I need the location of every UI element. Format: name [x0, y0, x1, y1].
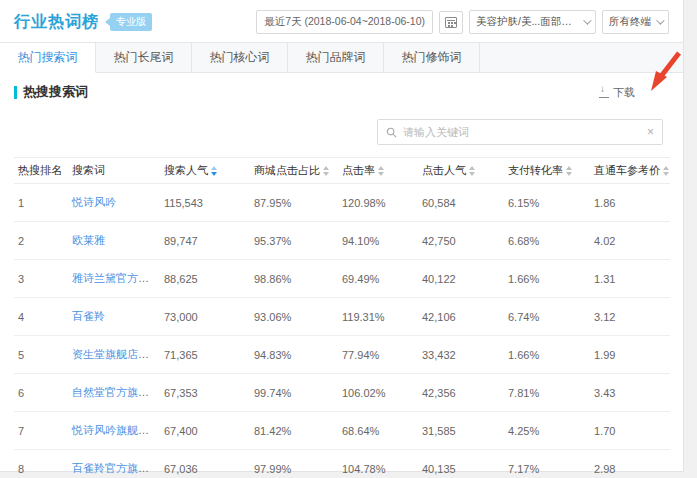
click-rate-cell: 120.98% [338, 184, 418, 222]
download-button[interactable]: 下载 [599, 85, 635, 100]
click-rate-cell: 106.02% [338, 374, 418, 412]
mall-click-ratio-cell: 93.06% [250, 298, 338, 336]
click-pop-cell: 31,585 [418, 412, 504, 450]
search-pop-cell: 89,747 [160, 222, 250, 260]
search-pop-cell: 71,365 [160, 336, 250, 374]
col-header-search-popularity: 搜索人气 [160, 158, 250, 184]
terminal-dropdown[interactable]: 所有终端 [602, 10, 669, 34]
ztc-price-cell: 1.86 [590, 184, 670, 222]
click-pop-cell: 42,750 [418, 222, 504, 260]
sort-icon[interactable] [211, 166, 217, 176]
category-dropdown[interactable]: 美容护肤/美...面部护理套装 [469, 10, 596, 34]
sort-icon[interactable] [323, 166, 329, 176]
sort-icon[interactable] [663, 166, 669, 176]
table-row: 8 百雀羚官方旗舰店官网 67,036 97.99% 104.78% 40,13… [14, 450, 670, 478]
table-row: 7 悦诗风吟旗舰店官网 67,400 81.42% 68.64% 31,585 … [14, 412, 670, 450]
section-header: 热搜搜索词 下载 [0, 73, 683, 105]
table-row: 2 欧莱雅 89,747 95.37% 94.10% 42,750 6.68% … [14, 222, 670, 260]
keyword-link[interactable]: 百雀羚 [72, 310, 105, 322]
pay-conversion-cell: 6.15% [504, 184, 590, 222]
col-header-click-popularity: 点击人气 [418, 158, 504, 184]
chevron-down-icon [656, 16, 664, 24]
search-row: × [0, 105, 683, 155]
chevron-down-icon [583, 16, 591, 24]
download-label: 下载 [613, 85, 635, 100]
keyword-cell: 雅诗兰黛官方旗舰店... [68, 260, 160, 298]
keyword-link[interactable]: 资生堂旗舰店官方旗舰 [72, 348, 160, 360]
keyword-link[interactable]: 自然堂官方旗舰店官... [72, 386, 160, 398]
keyword-link[interactable]: 悦诗风吟 [72, 196, 116, 208]
ztc-price-cell: 3.12 [590, 298, 670, 336]
keyword-link[interactable]: 欧莱雅 [72, 234, 105, 246]
tab-core-words[interactable]: 热门核心词 [192, 43, 288, 72]
click-pop-cell: 60,584 [418, 184, 504, 222]
section-accent-bar [14, 86, 17, 99]
rank-cell: 5 [14, 336, 68, 374]
sort-icon[interactable] [566, 166, 572, 176]
click-pop-cell: 42,356 [418, 374, 504, 412]
keyword-cell: 自然堂官方旗舰店官... [68, 374, 160, 412]
badge-label: 专业版 [110, 13, 152, 31]
keyword-link[interactable]: 百雀羚官方旗舰店官网 [72, 462, 160, 474]
rank-cell: 6 [14, 374, 68, 412]
clear-search-icon[interactable]: × [647, 126, 654, 138]
table-row: 4 百雀羚 73,000 93.06% 119.31% 42,106 6.74%… [14, 298, 670, 336]
rank-cell: 2 [14, 222, 68, 260]
search-pop-cell: 88,625 [160, 260, 250, 298]
pay-conversion-cell: 7.81% [504, 374, 590, 412]
keyword-cell: 资生堂旗舰店官方旗舰 [68, 336, 160, 374]
header: 行业热词榜 专业版 最近7天 (2018-06-04~2018-06-10) 美… [0, 0, 683, 42]
search-pop-cell: 67,353 [160, 374, 250, 412]
mall-click-ratio-cell: 97.99% [250, 450, 338, 478]
mall-click-ratio-cell: 99.74% [250, 374, 338, 412]
tab-modifier-words[interactable]: 热门修饰词 [384, 43, 480, 72]
rank-cell: 7 [14, 412, 68, 450]
table-row: 1 悦诗风吟 115,543 87.95% 120.98% 60,584 6.1… [14, 184, 670, 222]
tab-bar-filler [480, 43, 683, 72]
ztc-price-cell: 1.70 [590, 412, 670, 450]
ztc-price-cell: 4.02 [590, 222, 670, 260]
pay-conversion-cell: 6.68% [504, 222, 590, 260]
click-rate-cell: 94.10% [338, 222, 418, 260]
click-rate-cell: 69.49% [338, 260, 418, 298]
rank-cell: 8 [14, 450, 68, 478]
click-rate-cell: 119.31% [338, 298, 418, 336]
tab-bar: 热门搜索词 热门长尾词 热门核心词 热门品牌词 热门修饰词 [0, 42, 683, 73]
keyword-cell: 百雀羚官方旗舰店官网 [68, 450, 160, 478]
table-row: 3 雅诗兰黛官方旗舰店... 88,625 98.86% 69.49% 40,1… [14, 260, 670, 298]
click-rate-cell: 68.64% [338, 412, 418, 450]
search-icon [386, 127, 397, 138]
col-header-click-rate: 点击率 [338, 158, 418, 184]
mall-click-ratio-cell: 81.42% [250, 412, 338, 450]
click-pop-cell: 40,135 [418, 450, 504, 478]
ztc-price-cell: 1.31 [590, 260, 670, 298]
keyword-link[interactable]: 悦诗风吟旗舰店官网 [72, 424, 160, 436]
keyword-cell: 百雀羚 [68, 298, 160, 336]
col-header-pay-conversion: 支付转化率 [504, 158, 590, 184]
tab-hot-search-words[interactable]: 热门搜索词 [0, 43, 96, 73]
mall-click-ratio-cell: 98.86% [250, 260, 338, 298]
date-range-display[interactable]: 最近7天 (2018-06-04~2018-06-10) [256, 10, 433, 34]
ztc-price-cell: 1.99 [590, 336, 670, 374]
ztc-price-cell: 3.43 [590, 374, 670, 412]
click-rate-cell: 77.94% [338, 336, 418, 374]
keyword-search-input[interactable] [403, 126, 641, 138]
sort-icon[interactable] [378, 166, 384, 176]
keyword-cell: 悦诗风吟旗舰店官网 [68, 412, 160, 450]
terminal-dropdown-value: 所有终端 [609, 15, 651, 29]
calendar-button[interactable] [439, 11, 463, 34]
sort-icon[interactable] [469, 166, 475, 176]
pay-conversion-cell: 1.66% [504, 336, 590, 374]
col-header-ztc-price: 直通车参考价 [590, 158, 670, 184]
tab-brand-words[interactable]: 热门品牌词 [288, 43, 384, 72]
search-pop-cell: 115,543 [160, 184, 250, 222]
col-header-mall-click-ratio: 商城点击占比 [250, 158, 338, 184]
toolbar: 最近7天 (2018-06-04~2018-06-10) 美容护肤/美...面部… [256, 10, 669, 34]
page-title: 行业热词榜 [14, 12, 99, 33]
mall-click-ratio-cell: 87.95% [250, 184, 338, 222]
table-header-row: 热搜排名 搜索词 搜索人气 商城点击占比 点击率 点击人气 [14, 158, 670, 184]
keyword-link[interactable]: 雅诗兰黛官方旗舰店... [72, 272, 160, 284]
click-rate-cell: 104.78% [338, 450, 418, 478]
tab-long-tail-words[interactable]: 热门长尾词 [96, 43, 192, 72]
col-header-keyword: 搜索词 [68, 158, 160, 184]
